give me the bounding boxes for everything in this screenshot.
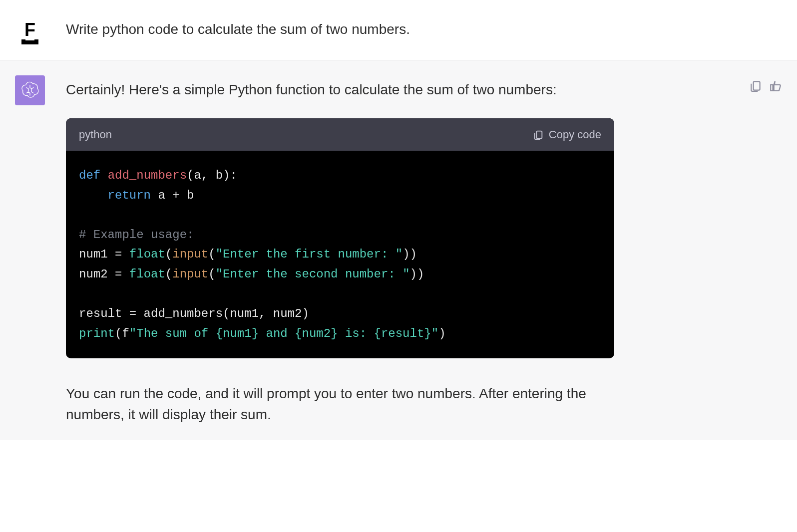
copy-code-button[interactable]: Copy code xyxy=(533,128,601,141)
code-block: python Copy code def add_numbers(a, b): … xyxy=(66,118,614,358)
assistant-avatar xyxy=(15,75,45,105)
clipboard-icon xyxy=(533,129,544,140)
thumbs-up-icon[interactable] xyxy=(769,79,782,92)
assistant-intro-text: Certainly! Here's a simple Python functi… xyxy=(66,79,728,100)
assistant-message: Certainly! Here's a simple Python functi… xyxy=(0,60,797,440)
user-avatar: F xyxy=(15,15,45,45)
openai-logo-icon xyxy=(21,81,39,99)
code-language-label: python xyxy=(79,126,112,143)
copy-message-icon[interactable] xyxy=(749,79,762,92)
svg-rect-0 xyxy=(536,131,542,138)
svg-rect-1 xyxy=(754,81,760,90)
assistant-message-content: Certainly! Here's a simple Python functi… xyxy=(66,75,728,425)
user-message: F Write python code to calculate the sum… xyxy=(0,0,797,60)
message-actions xyxy=(749,75,782,425)
code-block-header: python Copy code xyxy=(66,118,614,151)
assistant-footer-text: You can run the code, and it will prompt… xyxy=(66,383,615,425)
user-message-text: Write python code to calculate the sum o… xyxy=(66,15,782,45)
code-content: def add_numbers(a, b): return a + b # Ex… xyxy=(66,151,614,358)
copy-code-label: Copy code xyxy=(549,128,601,141)
